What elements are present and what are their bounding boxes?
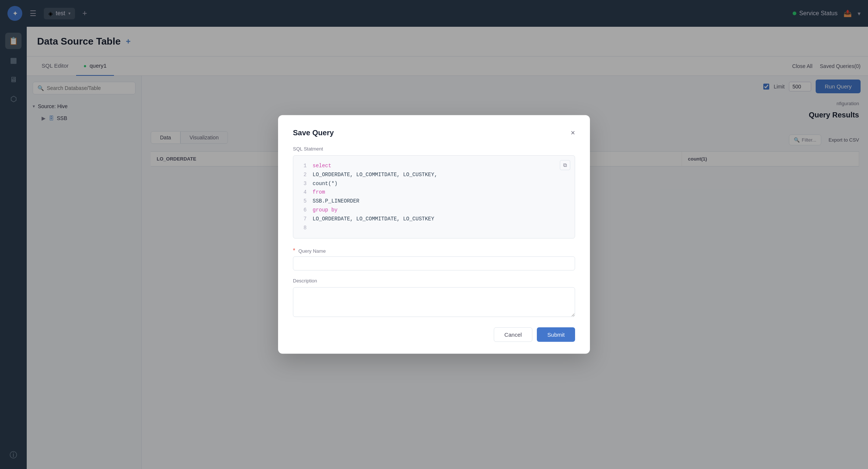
line-num-3: 3 <box>299 179 307 188</box>
modal-footer: Cancel Submit <box>293 327 575 342</box>
sql-content-7: LO_ORDERDATE, LO_COMMITDATE, LO_CUSTKEY <box>313 215 434 224</box>
modal-close-button[interactable]: × <box>571 129 575 137</box>
save-query-modal: Save Query × SQL Statment 1 select 2 LO_… <box>278 115 590 354</box>
query-name-input[interactable] <box>293 256 575 271</box>
cancel-button[interactable]: Cancel <box>494 327 533 342</box>
sql-line-2: 2 LO_ORDERDATE, LO_COMMITDATE, LO_CUSTKE… <box>299 171 569 179</box>
sql-line-5: 5 SSB.P_LINEORDER <box>299 197 569 206</box>
sql-line-3: 3 count(*) <box>299 179 569 188</box>
line-num-2: 2 <box>299 171 307 179</box>
sql-line-7: 7 LO_ORDERDATE, LO_COMMITDATE, LO_CUSTKE… <box>299 215 569 224</box>
sql-line-8: 8 <box>299 223 569 232</box>
line-num-5: 5 <box>299 197 307 206</box>
query-name-label: Query Name <box>298 248 326 254</box>
sql-code-block: 1 select 2 LO_ORDERDATE, LO_COMMITDATE, … <box>293 155 575 239</box>
description-label: Description <box>293 278 575 284</box>
line-num-4: 4 <box>299 188 307 197</box>
sql-content-2: LO_ORDERDATE, LO_COMMITDATE, LO_CUSTKEY, <box>313 171 437 179</box>
modal-title: Save Query <box>293 129 334 137</box>
sql-statement-label: SQL Statment <box>293 146 575 152</box>
sql-content-8 <box>313 223 316 232</box>
line-num-6: 6 <box>299 206 307 215</box>
sql-content-3: count(*) <box>313 179 337 188</box>
copy-sql-button[interactable]: ⧉ <box>560 160 570 170</box>
description-textarea[interactable] <box>293 287 575 317</box>
sql-keyword-from: from <box>313 188 325 197</box>
line-num-1: 1 <box>299 162 307 171</box>
sql-keyword-select: select <box>313 162 331 171</box>
sql-line-1: 1 select <box>299 162 569 171</box>
submit-button[interactable]: Submit <box>537 327 575 342</box>
sql-line-6: 6 group by <box>299 206 569 215</box>
modal-header: Save Query × <box>293 129 575 137</box>
sql-keyword-group-by: group by <box>313 206 337 215</box>
line-num-7: 7 <box>299 215 307 224</box>
required-star: * <box>293 248 295 254</box>
line-num-8: 8 <box>299 223 307 232</box>
sql-content-5: SSB.P_LINEORDER <box>313 197 359 206</box>
sql-line-4: 4 from <box>299 188 569 197</box>
